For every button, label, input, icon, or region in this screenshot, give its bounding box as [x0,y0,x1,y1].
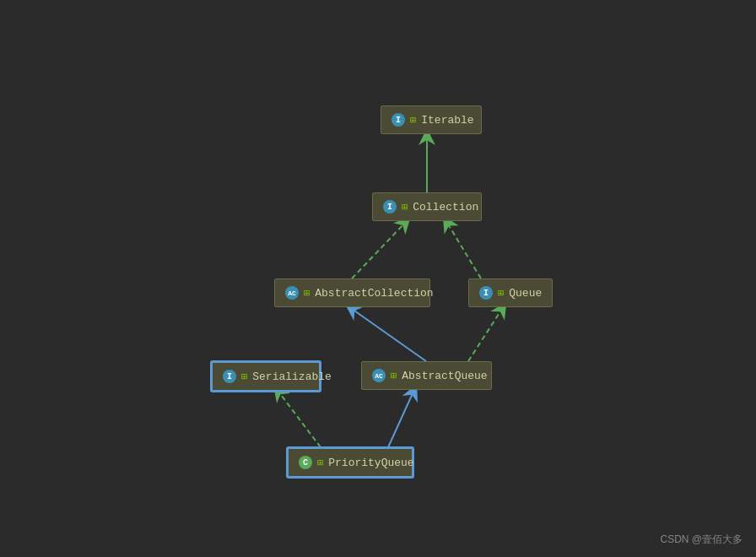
svg-line-6 [352,309,426,361]
node-queue[interactable]: I ⊞ Queue [468,278,553,307]
node-serializable[interactable]: I ⊞ Serializable [211,361,321,392]
label-queue: Queue [509,287,542,300]
node-collection[interactable]: I ⊞ Collection [372,192,482,221]
label-collection: Collection [413,201,478,214]
module-icon-collection: ⊞ [402,201,408,214]
module-icon-queue: ⊞ [498,287,504,300]
module-icon-iterable: ⊞ [410,114,416,127]
icon-class-priorityqueue: C [299,456,312,469]
svg-line-8 [278,392,321,447]
module-icon-abstractcollection: ⊞ [304,287,310,300]
icon-interface-collection: I [383,200,397,214]
icon-interface-serializable: I [223,370,236,383]
label-iterable: Iterable [421,114,473,127]
icon-abstract-abstractcollection: AC [285,286,299,300]
svg-line-4 [352,223,405,278]
node-iterable[interactable]: I ⊞ Iterable [381,105,482,134]
watermark: CSDN @壹佰大多 [660,533,742,547]
label-priorityqueue: PriorityQueue [328,457,413,469]
svg-line-7 [468,309,502,361]
node-abstract-queue[interactable]: AC ⊞ AbstractQueue [361,361,492,390]
svg-line-5 [447,223,481,278]
module-icon-abstractqueue: ⊞ [391,370,397,382]
icon-interface-queue: I [479,286,493,300]
label-abstractqueue: AbstractQueue [402,370,487,382]
module-icon-serializable: ⊞ [241,370,247,383]
label-serializable: Serializable [252,370,332,383]
module-icon-priorityqueue: ⊞ [317,457,323,469]
icon-interface-iterable: I [392,113,405,127]
icon-abstract-abstractqueue: AC [372,369,386,382]
node-abstract-collection[interactable]: AC ⊞ AbstractCollection [274,278,430,307]
label-abstractcollection: AbstractCollection [315,287,433,300]
node-priority-queue[interactable]: C ⊞ PriorityQueue [287,447,413,478]
svg-line-9 [388,392,413,447]
diagram-container: I ⊞ Iterable I ⊞ Collection AC ⊞ Abstrac… [0,0,756,557]
